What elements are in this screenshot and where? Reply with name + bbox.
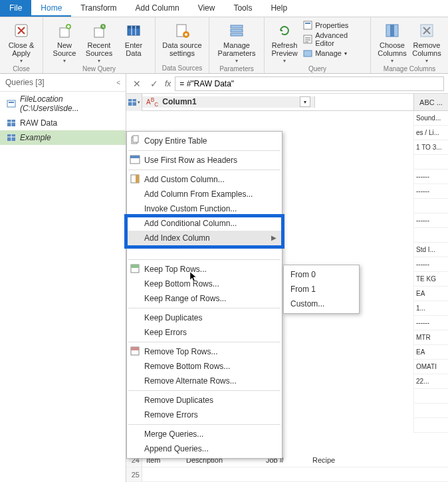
svg-rect-18 <box>305 23 310 24</box>
fragment-cell: 22... <box>413 374 448 389</box>
tab-help[interactable]: Help <box>261 0 296 17</box>
query-item-rawdata[interactable]: RAW Data <box>0 116 126 130</box>
data-grid: ▾ ABC Column1 ▾ ABC ... Sound...es / Li.… <box>126 94 448 482</box>
ribbon-group-label: New Query <box>82 65 116 74</box>
menu-remove-bottom-rows[interactable]: Remove Bottom Rows... <box>127 359 282 374</box>
svg-rect-24 <box>7 100 15 107</box>
menu-bar: File Home Transform Add Column View Tool… <box>0 0 448 17</box>
submenu-from-0[interactable]: From 0 <box>284 267 359 282</box>
ribbon-group-close: Close & Apply▾ Close <box>0 17 43 73</box>
menu-keep-top-rows[interactable]: Keep Top Rows... <box>127 262 282 277</box>
recent-sources-button[interactable]: Recent Sources▾ <box>82 19 116 65</box>
menu-invoke-custom-function[interactable]: Invoke Custom Function... <box>127 201 282 216</box>
fragment-cell: MTR <box>413 330 448 345</box>
data-source-settings-button[interactable]: Data source settings <box>160 19 205 57</box>
parameter-icon <box>7 100 16 108</box>
table-icon <box>7 119 16 127</box>
menu-remove-top-rows[interactable]: Remove Top Rows... <box>127 344 282 359</box>
refresh-icon <box>275 21 294 40</box>
fragment-cell: ------ <box>413 213 448 228</box>
svg-rect-5 <box>94 28 104 37</box>
menu-keep-errors[interactable]: Keep Errors <box>127 325 282 340</box>
table-corner-button[interactable]: ▾ <box>126 94 142 111</box>
menu-hidden-item[interactable] <box>127 245 282 257</box>
remove-columns-icon <box>417 21 436 40</box>
column-header-column1[interactable]: ABC Column1 ▾ <box>142 96 315 108</box>
refresh-preview-button[interactable]: Refresh Preview▾ <box>269 19 300 65</box>
fragment-cell: ------ <box>413 184 448 199</box>
svg-rect-42 <box>131 265 139 268</box>
menu-add-index-column[interactable]: Add Index Column▶ <box>127 231 282 245</box>
close-apply-button[interactable]: Close & Apply▾ <box>4 19 39 65</box>
menu-remove-errors[interactable]: Remove Errors <box>127 408 282 422</box>
fragment-cell: TE KG <box>413 272 448 287</box>
cell: Recipe <box>308 453 355 467</box>
ribbon-group-label: Data Sources <box>162 64 203 73</box>
fx-label: fx <box>165 79 171 88</box>
tab-tools[interactable]: Tools <box>224 0 261 17</box>
fragment-cell: EA <box>413 345 448 360</box>
properties-button[interactable]: Properties <box>300 20 366 31</box>
ribbon-group-query: Refresh Preview▾ Properties Advanced Edi… <box>265 17 371 73</box>
fragment-cell <box>413 199 448 213</box>
column-type-icon: ABC <box>146 96 158 108</box>
query-item-filelocation[interactable]: FileLocation (C:\Users\lisde... <box>0 92 126 116</box>
fragment-cell <box>413 389 448 404</box>
menu-merge-queries[interactable]: Merge Queries... <box>127 427 282 441</box>
collapse-pane-button[interactable]: < <box>116 79 120 86</box>
fragment-cell: 1 TO 3... <box>413 140 448 155</box>
tab-add-column[interactable]: Add Column <box>126 0 189 17</box>
ribbon-group-label: Query <box>308 65 326 74</box>
query-item-label: RAW Data <box>20 118 57 128</box>
menu-add-custom-column[interactable]: Add Custom Column... <box>127 172 282 187</box>
tab-transform[interactable]: Transform <box>71 0 126 17</box>
advanced-editor-button[interactable]: Advanced Editor <box>300 31 366 48</box>
menu-remove-duplicates[interactable]: Remove Duplicates <box>127 393 282 408</box>
tab-home[interactable]: Home <box>31 0 71 17</box>
formula-input[interactable] <box>175 76 444 91</box>
svg-point-13 <box>185 33 187 36</box>
ribbon-group-label: Manage Columns <box>384 65 435 74</box>
ribbon-group-managecols: Choose Columns▾ Remove Columns▾ Manage C… <box>371 17 448 73</box>
svg-rect-1 <box>60 28 69 37</box>
svg-rect-15 <box>231 29 243 32</box>
choose-columns-button[interactable]: Choose Columns▾ <box>375 19 409 65</box>
remove-columns-button[interactable]: Remove Columns▾ <box>409 19 444 65</box>
menu-keep-bottom-rows[interactable]: Keep Bottom Rows... <box>127 277 282 291</box>
menu-append-queries[interactable]: Append Queries... <box>127 441 282 456</box>
menu-copy-entire-table[interactable]: Copy Entire Table <box>127 134 282 148</box>
enter-data-button[interactable]: Enter Data <box>116 19 151 57</box>
menu-remove-alternate-rows[interactable]: Remove Alternate Rows... <box>127 374 282 388</box>
menu-use-first-row-headers[interactable]: Use First Row as Headers <box>127 153 282 168</box>
fragment-cell <box>413 418 448 433</box>
manage-button[interactable]: Manage ▾ <box>300 48 366 59</box>
menu-add-conditional-column[interactable]: Add Conditional Column... <box>127 216 282 231</box>
svg-rect-38 <box>130 156 140 158</box>
column-header-row: ▾ ABC Column1 ▾ <box>126 94 448 111</box>
svg-rect-22 <box>390 25 394 37</box>
fragment-header: ABC ... <box>413 94 448 111</box>
queries-header: Queries [3] < <box>0 74 126 92</box>
fragment-column: ABC ... Sound...es / Li...1 TO 3...-----… <box>413 94 448 433</box>
table-row[interactable]: 25 <box>126 467 448 482</box>
submenu-from-1[interactable]: From 1 <box>284 282 359 297</box>
query-item-label: Example <box>20 133 51 142</box>
manage-parameters-button[interactable]: Manage Parameters▾ <box>213 19 260 65</box>
svg-rect-36 <box>133 136 138 142</box>
tab-view[interactable]: View <box>189 0 225 17</box>
new-source-button[interactable]: New Source▾ <box>47 19 82 65</box>
query-item-example[interactable]: Example <box>0 130 126 145</box>
menu-add-column-from-examples[interactable]: Add Column From Examples... <box>127 187 282 201</box>
column-filter-button[interactable]: ▾ <box>300 96 310 107</box>
ribbon-group-parameters: Manage Parameters▾ Parameters <box>209 17 265 73</box>
svg-rect-14 <box>231 25 243 28</box>
svg-rect-16 <box>231 33 243 36</box>
manage-icon <box>303 49 312 58</box>
cancel-formula-button[interactable]: ✕ <box>130 77 144 90</box>
fragment-cell: EA <box>413 287 448 301</box>
menu-keep-duplicates[interactable]: Keep Duplicates <box>127 310 282 325</box>
tab-file[interactable]: File <box>0 0 31 17</box>
accept-formula-button[interactable]: ✓ <box>148 77 161 90</box>
menu-keep-range-rows[interactable]: Keep Range of Rows... <box>127 291 282 306</box>
submenu-custom[interactable]: Custom... <box>284 297 359 311</box>
